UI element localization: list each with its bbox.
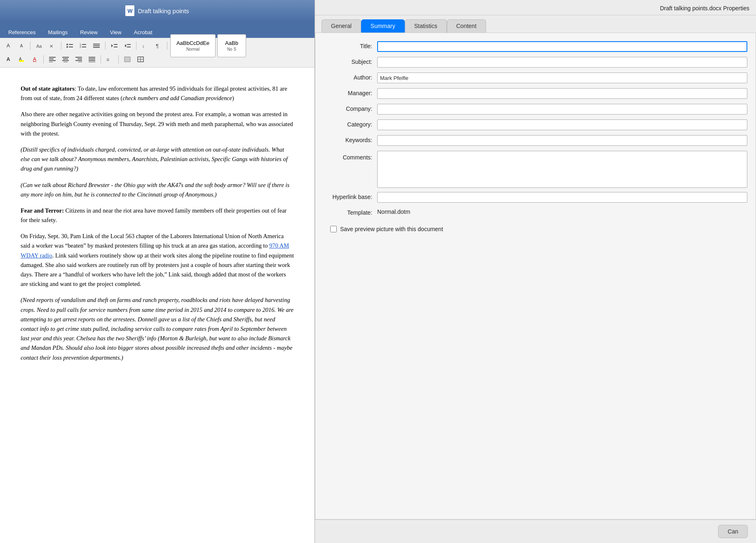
svg-text:¶: ¶ (156, 43, 159, 49)
svg-rect-29 (62, 60, 69, 61)
borders-btn[interactable] (135, 54, 146, 64)
category-label: Category: (324, 119, 377, 128)
justify-btn[interactable] (86, 54, 98, 64)
toolbar-row-1: A A Aa ✕ 1.2. (2, 40, 312, 52)
text-highlight-btn[interactable]: A (16, 54, 27, 64)
title-input[interactable] (377, 41, 747, 52)
properties-tabs: General Summary Statistics Content (315, 15, 756, 33)
separator-2 (61, 42, 61, 50)
word-titlebar: Draft talking points (0, 0, 315, 21)
para-nr-text: (Need reports of vandalism and theft on … (21, 297, 293, 360)
keywords-label: Keywords: (324, 135, 377, 143)
clear-format-btn2[interactable]: ✕ (47, 41, 58, 51)
company-input[interactable] (377, 104, 747, 115)
svg-text:✕: ✕ (49, 44, 53, 49)
tab-content[interactable]: Content (447, 19, 486, 33)
numbered-list-btn[interactable]: 1.2. (77, 41, 89, 51)
tab-view[interactable]: View (104, 27, 127, 38)
svg-marker-16 (124, 44, 126, 47)
properties-titlebar: Draft talking points.docx Properties (315, 0, 756, 15)
svg-text:≡: ≡ (106, 57, 109, 62)
separator-7 (101, 55, 101, 63)
subject-input[interactable] (377, 57, 747, 68)
font-grow-btn[interactable]: A (2, 41, 14, 51)
tab-mailings[interactable]: Mailings (42, 27, 73, 38)
field-subject-row: Subject: (324, 57, 747, 68)
separator-8 (118, 55, 119, 63)
save-preview-checkbox[interactable] (330, 226, 337, 232)
separator-3 (105, 42, 106, 50)
properties-footer: Can (315, 520, 756, 543)
svg-marker-13 (111, 44, 113, 47)
svg-rect-27 (62, 57, 69, 58)
field-template-row: Template: Normal.dotm (324, 208, 747, 216)
para-can-we-talk: (Can we talk about Richard Brewster - th… (21, 180, 294, 199)
svg-rect-40 (124, 57, 130, 62)
tab-references[interactable]: References (2, 27, 41, 38)
category-input[interactable] (377, 119, 747, 130)
align-left-btn[interactable] (47, 54, 58, 64)
word-title: Draft talking points (138, 7, 189, 14)
manager-input[interactable] (377, 88, 747, 99)
style-normal-label: Normal (186, 47, 200, 51)
svg-rect-31 (75, 57, 82, 58)
cancel-button[interactable]: Can (718, 525, 748, 538)
indent-decrease-btn[interactable] (108, 41, 120, 51)
align-center-btn[interactable] (60, 54, 71, 64)
tab-acrobat[interactable]: Acrobat (128, 27, 158, 38)
properties-panel: Draft talking points.docx Properties Gen… (315, 0, 756, 543)
indent-increase-btn[interactable] (122, 41, 133, 51)
svg-rect-15 (114, 47, 117, 47)
sort-btn[interactable]: ↕ (139, 41, 151, 51)
toolbar-area: A A Aa ✕ 1.2. (0, 38, 315, 68)
para-oos-italic: check numbers and add Canadian providenc… (122, 95, 232, 101)
clear-format-btn[interactable]: Aa (33, 41, 45, 51)
bullet-list-btn[interactable] (64, 41, 76, 51)
doc-content[interactable]: Out of state agitators: To date, law enf… (0, 68, 315, 543)
para-distill-text: (Distill specifics of individuals charge… (21, 146, 288, 172)
line-spacing-btn[interactable]: ≡ (104, 54, 115, 64)
svg-rect-28 (63, 59, 68, 59)
separator-6 (43, 55, 44, 63)
svg-rect-38 (89, 62, 95, 62)
comments-textarea[interactable] (377, 151, 747, 188)
svg-rect-35 (89, 57, 95, 58)
svg-rect-36 (89, 59, 95, 59)
separator-1 (30, 42, 31, 50)
font-color-a-btn[interactable]: A (2, 54, 14, 64)
template-label: Template: (324, 208, 377, 216)
author-input[interactable] (377, 73, 747, 83)
template-value: Normal.dotm (377, 208, 410, 215)
tab-general[interactable]: General (322, 19, 361, 33)
svg-rect-24 (49, 59, 54, 59)
svg-rect-17 (127, 44, 131, 45)
ribbon-tabs: References Mailings Review View Acrobat (0, 21, 315, 38)
svg-rect-25 (49, 60, 56, 61)
para-oos-bold: Out of state agitators (21, 85, 75, 92)
pilcrow-btn[interactable]: ¶ (153, 41, 164, 51)
align-right-btn[interactable] (73, 54, 85, 64)
para-distill: (Distill specifics of individuals charge… (21, 145, 294, 174)
font-underline-color-btn[interactable]: A (29, 54, 40, 64)
word-doc-icon (125, 5, 134, 16)
outline-list-btn[interactable] (91, 41, 102, 51)
svg-text:↕: ↕ (142, 44, 145, 49)
para-ft-bold: Fear and Terror: (21, 207, 64, 214)
para-need-reports: (Need reports of vandalism and theft on … (21, 295, 294, 362)
word-panel: Draft talking points References Mailings… (0, 0, 315, 543)
field-manager-row: Manager: (324, 88, 747, 100)
field-title-row: Title: (324, 41, 747, 53)
hyperlink-input[interactable] (377, 192, 747, 203)
properties-form: Title: Subject: Author: Manager: Company… (315, 33, 756, 520)
font-shrink-btn[interactable]: A (16, 41, 27, 51)
tab-summary[interactable]: Summary (361, 19, 405, 33)
tab-review[interactable]: Review (74, 27, 103, 38)
svg-rect-3 (69, 44, 73, 45)
save-preview-label: Save preview picture with this document (340, 226, 443, 232)
svg-rect-23 (49, 57, 56, 58)
shading-btn[interactable] (122, 54, 133, 64)
svg-point-2 (66, 44, 68, 45)
tab-statistics[interactable]: Statistics (405, 19, 447, 33)
keywords-input[interactable] (377, 135, 747, 146)
para-fear-terror: Fear and Terror: Citizens in and near th… (21, 206, 294, 225)
